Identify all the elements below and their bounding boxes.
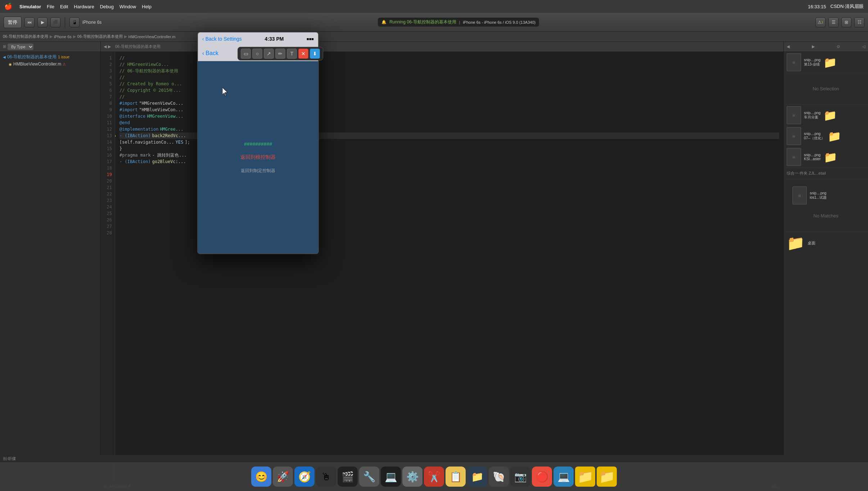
menu-hardware[interactable]: Hardware: [74, 4, 94, 9]
panel-action[interactable]: ◁: [862, 44, 865, 49]
sim-back-icon: ‹: [202, 36, 204, 42]
dock-terminal[interactable]: 💻: [381, 467, 401, 487]
nav-filter-select[interactable]: By Type: [8, 44, 33, 50]
scheme-button[interactable]: 📱: [69, 17, 80, 27]
dock-launchpad[interactable]: 🚀: [273, 467, 293, 487]
file-thumb-1: ▤: [787, 53, 801, 71]
file-thumb-5: ▤: [792, 186, 807, 204]
dock-files[interactable]: 📁: [467, 467, 487, 487]
dock-clipboard[interactable]: 📋: [446, 467, 466, 487]
folder-3: 📁: [828, 130, 841, 143]
dock-mouse[interactable]: 🖱: [316, 467, 336, 487]
stop-button[interactable]: ⬛: [50, 17, 60, 27]
sim-content: ########## 返回到根控制器 返回到制定控制器: [198, 61, 318, 253]
ann-circle-button[interactable]: ○: [252, 49, 262, 59]
menu-window[interactable]: Window: [119, 4, 136, 9]
panel-forward[interactable]: ▶: [812, 44, 815, 49]
ann-arrow-button[interactable]: ↗: [264, 49, 274, 59]
file-item-3[interactable]: ▤ snip....png 07--（优化） 📁: [784, 126, 868, 147]
editor-back[interactable]: ◀: [104, 44, 107, 49]
file-sublabel-2: 车月分案: [804, 115, 820, 120]
play-button[interactable]: ▶: [37, 17, 48, 27]
nav-warning-icon: ⚠: [63, 62, 66, 66]
nav-project-name: 06-导航控制器的基本使用: [7, 54, 56, 60]
sim-back-arrow-icon: ‹: [202, 50, 204, 57]
dock-folder1[interactable]: 📁: [575, 467, 595, 487]
panel-circle[interactable]: ⊙: [837, 44, 840, 49]
menu-edit[interactable]: Edit: [60, 4, 68, 9]
bottom-status-label: 别·听骤: [3, 456, 16, 461]
file-thumb-4: ▤: [787, 148, 801, 166]
desktop-label: 桌面: [808, 240, 815, 246]
mac-menubar: 🍎 Simulator File Edit Hardware Debug Win…: [0, 0, 868, 13]
dock-camera[interactable]: 📷: [510, 467, 530, 487]
menu-debug[interactable]: Debug: [100, 4, 114, 9]
navigator-panel: ⊞ By Type ◀ 06-导航控制器的基本使用 1 issue ◉ HMBl…: [0, 42, 101, 491]
sim-back-to-settings[interactable]: ‹ Back to Settings: [202, 36, 242, 42]
ann-pen-button[interactable]: ✏: [275, 49, 285, 59]
dock-safari[interactable]: 🧭: [294, 467, 315, 487]
bottom-status-bar: 别·听骤: [0, 455, 868, 462]
rewind-button[interactable]: ⏮: [24, 17, 35, 27]
desktop-folder-icon[interactable]: 📁: [787, 235, 805, 252]
panel-back[interactable]: ◀: [787, 44, 790, 49]
dock-media[interactable]: 🎬: [338, 467, 358, 487]
pause-button[interactable]: 暂停: [4, 17, 22, 28]
breadcrumb-4[interactable]: HMGreenViewController.m: [128, 35, 176, 39]
nav-file-icon: ◉: [9, 62, 12, 66]
ann-delete-button[interactable]: ✕: [298, 49, 308, 59]
sim-back-button[interactable]: ‹ Back: [202, 50, 218, 57]
ann-text-button[interactable]: T: [287, 49, 297, 59]
dock-settings[interactable]: ⚙️: [402, 467, 422, 487]
dock-shell[interactable]: 🐚: [489, 467, 509, 487]
navigator-content: ◀ 06-导航控制器的基本使用 1 issue ◉ HMBlueViewCont…: [0, 52, 100, 491]
dock-tools[interactable]: 🔧: [359, 467, 379, 487]
editor-forward[interactable]: ▶: [108, 44, 111, 49]
navigator-toolbar: ⊞ By Type: [0, 42, 100, 52]
dock-finder[interactable]: 😊: [251, 467, 271, 487]
breadcrumb-1[interactable]: 06-导航控制器的基本使用: [3, 34, 48, 39]
file-item-1[interactable]: ▤ snip....png 第13-业绩 📁: [784, 52, 868, 73]
panel-section-1: ▤ snip....png 第13-业绩 📁: [784, 52, 868, 73]
ann-download-button[interactable]: ⬇: [310, 49, 320, 59]
dock-app[interactable]: 💻: [553, 467, 574, 487]
file-item-5[interactable]: ▤ snip....png ios1...试题: [790, 185, 862, 206]
ann-rect-button[interactable]: ▭: [241, 49, 251, 59]
apple-menu[interactable]: 🍎: [4, 3, 12, 10]
nav-project-icon: ◀: [3, 55, 6, 59]
breadcrumb-2[interactable]: iPhone 6s: [54, 35, 72, 39]
sim-red-button[interactable]: 返回到根控制器: [240, 154, 276, 161]
sim-time: 4:33 PM: [242, 36, 307, 42]
desktop-section: 📁 桌面: [784, 232, 868, 254]
no-selection-section: No Selection: [784, 73, 868, 105]
sim-back-label: Back to Settings: [205, 36, 242, 42]
breadcrumb-bar: 06-导航控制器的基本使用 ▶ iPhone 6s ▶ 06-导航控制器的基本使…: [0, 32, 868, 42]
dock-stop[interactable]: 🔴: [532, 467, 552, 487]
right-panel-content: ▤ snip....png 第13-业绩 📁 No Selection: [784, 52, 868, 491]
file-sublabel-3: 07--（优化）: [804, 136, 825, 141]
file-item-2[interactable]: ▤ snip....png 车月分案 📁: [784, 105, 868, 126]
view-toggle-1[interactable]: ☰: [828, 17, 838, 27]
warning-button[interactable]: ⚠1: [815, 17, 826, 27]
view-toggle-2[interactable]: ⊞: [841, 17, 851, 27]
dock-folder2[interactable]: 📁: [597, 467, 617, 487]
dock: 😊 🚀 🧭 🖱 🎬 🔧 💻 ⚙️ ✂️ 📋 📁 🐚 📷 🔴 💻 📁 📁: [0, 462, 868, 491]
nav-filter-icon: ⊞: [3, 44, 6, 49]
menu-simulator[interactable]: Simulator: [19, 4, 41, 9]
nav-file-name: HMBlueViewController.m: [13, 62, 61, 67]
project-label[interactable]: iPhone 6s: [82, 20, 101, 25]
annotation-toolbar: ▭ ○ ↗ ✏ T ✕ ⬇: [238, 47, 323, 60]
dock-xmind[interactable]: ✂️: [424, 467, 444, 487]
breadcrumb-3[interactable]: 06-导航控制器的基本使用: [77, 34, 123, 39]
file-item-4[interactable]: ▤ snip....png KSI...aster 📁: [784, 147, 868, 167]
menu-help[interactable]: Help: [142, 4, 152, 9]
sim-gray-button[interactable]: 返回到制定控制器: [241, 168, 275, 174]
nav-file-item[interactable]: ◉ HMBlueViewController.m ⚠: [0, 61, 100, 67]
menu-file[interactable]: File: [47, 4, 54, 9]
file-label-1: snip....png: [804, 58, 820, 62]
view-toggle-3[interactable]: ☷: [854, 17, 864, 27]
panel-bottom-label: 综合一·件夹 ZJL...etail: [787, 171, 826, 176]
right-panel: ◀ ▶ ⊙ ◁ ▤ snip....png 第13-业绩 📁: [783, 42, 868, 491]
menubar-csdn: CSDN·清风眉眼: [831, 3, 864, 10]
nav-project-item[interactable]: ◀ 06-导航控制器的基本使用 1 issue: [0, 53, 100, 61]
